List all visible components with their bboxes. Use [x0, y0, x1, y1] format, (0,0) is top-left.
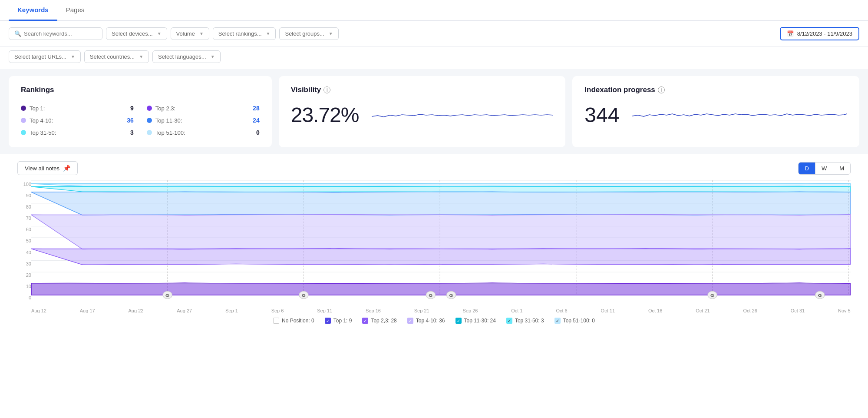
x-label-sep26: Sep 26 [463, 308, 478, 313]
search-icon: 🔍 [14, 30, 21, 37]
legend-top51100: ✓ Top 51-100: 0 [554, 318, 595, 324]
languages-filter[interactable]: Select languages... ▼ [152, 50, 220, 63]
visibility-info-icon[interactable]: i [323, 86, 330, 93]
volume-filter[interactable]: Volume ▼ [171, 27, 209, 40]
rank-label-top410: Top 4-10: [30, 117, 123, 124]
legend-top1130: ✓ Top 11-30: 24 [455, 318, 496, 324]
x-label-oct21: Oct 21 [696, 308, 710, 313]
main-chart-area: G G G G G G Aug 12 [31, 180, 851, 313]
svg-text:G: G [710, 293, 714, 298]
devices-label: Select devices... [112, 30, 153, 37]
rank-label-top1130: Top 11-30: [155, 117, 249, 124]
rank-top3150: Top 31-50: 3 [21, 127, 134, 138]
app-container: Keywords Pages 🔍 Select devices... ▼ Vol… [0, 0, 868, 418]
chevron-down-icon: ▼ [266, 31, 271, 36]
tab-keywords[interactable]: Keywords [9, 0, 57, 21]
x-label-oct16: Oct 16 [648, 308, 662, 313]
chevron-down-icon: ▼ [157, 31, 162, 36]
chart-section: View all notes 📌 D W M 100 90 80 70 60 5… [9, 154, 859, 331]
y-label-30: 30 [17, 262, 31, 266]
rank-dot-top51100 [147, 130, 152, 135]
devices-filter[interactable]: Select devices... ▼ [106, 27, 167, 40]
legend-box-no-position [273, 318, 279, 324]
y-label-0: 0 [17, 295, 31, 300]
legend-check-top51100: ✓ [554, 318, 561, 324]
tab-pages[interactable]: Pages [57, 0, 93, 21]
rank-value-top51100: 0 [256, 129, 260, 136]
rankings-filter[interactable]: Select rankings... ▼ [213, 27, 276, 40]
period-week-button[interactable]: W [815, 163, 833, 174]
target-urls-filter[interactable]: Select target URLs... ▼ [9, 50, 81, 63]
x-label-aug17: Aug 17 [80, 308, 95, 313]
x-label-sep6: Sep 6 [271, 308, 284, 313]
y-label-80: 80 [17, 205, 31, 209]
visibility-title: Visibility i [291, 86, 554, 94]
legend-check-top23: ✓ [362, 318, 368, 324]
y-label-40: 40 [17, 250, 31, 255]
search-input[interactable] [24, 30, 97, 37]
countries-filter[interactable]: Select countries... ▼ [84, 50, 149, 63]
x-label-nov5: Nov 5 [838, 308, 851, 313]
rank-dot-top23 [147, 106, 152, 111]
svg-text:G: G [818, 293, 822, 298]
chart-header: View all notes 📌 D W M [17, 161, 851, 175]
visibility-card: Visibility i 23.72% [279, 76, 566, 147]
legend-check-top1: ✓ [325, 318, 331, 324]
legend-label-top51100: Top 51-100: 0 [563, 318, 595, 324]
period-month-button[interactable]: M [833, 163, 850, 174]
view-notes-button[interactable]: View all notes 📌 [17, 161, 78, 175]
chart-legend: No Position: 0 ✓ Top 1: 9 ✓ Top 2,3: 28 … [17, 318, 851, 324]
x-axis-labels: Aug 12 Aug 17 Aug 22 Aug 27 Sep 1 Sep 6 … [31, 306, 851, 313]
x-label-oct31: Oct 31 [791, 308, 805, 313]
indexation-title: Indexation progress i [584, 86, 847, 94]
legend-top3150: ✓ Top 31-50: 3 [506, 318, 544, 324]
x-label-sep11: Sep 11 [317, 308, 332, 313]
legend-top23: ✓ Top 2,3: 28 [362, 318, 396, 324]
search-filter[interactable]: 🔍 [9, 27, 102, 40]
period-day-button[interactable]: D [799, 163, 815, 174]
legend-check-top3150: ✓ [506, 318, 512, 324]
legend-label-top410: Top 4-10: 36 [416, 318, 445, 324]
indexation-title-text: Indexation progress [584, 86, 655, 94]
date-range-filter[interactable]: 📅 8/12/2023 - 11/9/2023 [780, 27, 859, 40]
chevron-down-icon: ▼ [71, 54, 75, 59]
legend-label-top1: Top 1: 9 [333, 318, 352, 324]
x-label-sep1: Sep 1 [225, 308, 238, 313]
rank-top1: Top 1: 9 [21, 103, 134, 113]
chevron-down-icon: ▼ [211, 54, 215, 59]
legend-check-top1130: ✓ [455, 318, 462, 324]
y-label-20: 20 [17, 273, 31, 278]
rank-value-top410: 36 [127, 117, 134, 124]
x-label-oct1: Oct 1 [511, 308, 522, 313]
x-label-sep21: Sep 21 [414, 308, 429, 313]
rank-top51100: Top 51-100: 0 [147, 127, 260, 138]
rank-label-top23: Top 2,3: [155, 105, 249, 112]
main-chart-svg: G G G G G G [31, 180, 851, 306]
stats-row: Rankings Top 1: 9 Top 2,3: 28 Top 4-10 [0, 69, 868, 154]
svg-text:G: G [302, 293, 306, 298]
rank-top410: Top 4-10: 36 [21, 115, 134, 126]
tabs-bar: Keywords Pages [0, 0, 868, 21]
x-label-oct6: Oct 6 [556, 308, 567, 313]
x-label-aug12: Aug 12 [31, 308, 46, 313]
visibility-content: 23.72% [291, 103, 554, 127]
rank-dot-top410 [21, 118, 26, 123]
rankings-title: Rankings [21, 86, 260, 94]
groups-filter[interactable]: Select groups... ▼ [279, 27, 338, 40]
rank-dot-top1 [21, 106, 26, 111]
legend-no-position: No Position: 0 [273, 318, 314, 324]
indexation-info-icon[interactable]: i [658, 86, 665, 93]
x-label-aug27: Aug 27 [177, 308, 192, 313]
y-label-100: 100 [17, 182, 31, 187]
rank-value-top23: 28 [253, 105, 260, 112]
rankings-card: Rankings Top 1: 9 Top 2,3: 28 Top 4-10 [9, 76, 272, 147]
y-label-50: 50 [17, 239, 31, 243]
view-notes-label: View all notes [25, 165, 59, 172]
rank-label-top51100: Top 51-100: [155, 129, 253, 136]
indexation-sparkline [632, 104, 847, 126]
rankings-grid: Top 1: 9 Top 2,3: 28 Top 4-10: 36 [21, 103, 260, 138]
chart-wrapper: 100 90 80 70 60 50 40 30 20 10 0 [17, 180, 851, 313]
y-label-70: 70 [17, 216, 31, 221]
rank-value-top1130: 24 [253, 117, 260, 124]
svg-text:G: G [449, 293, 453, 298]
